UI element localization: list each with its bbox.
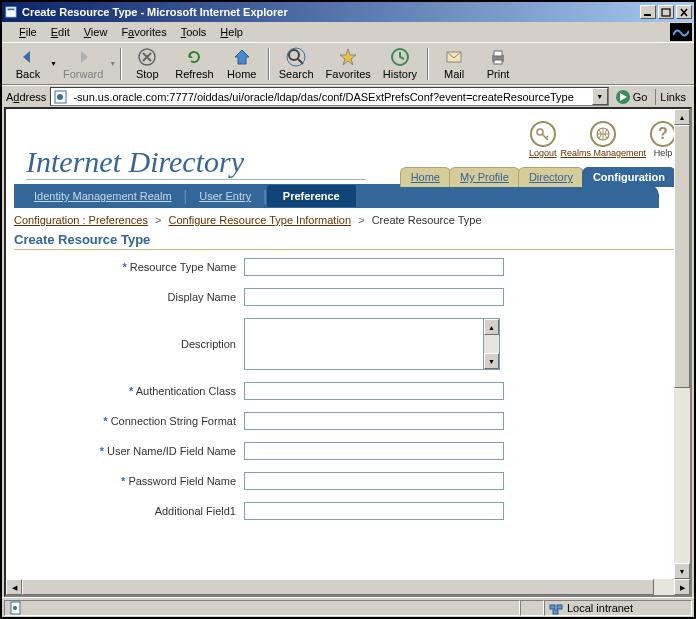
scroll-up-button[interactable]: ▲: [484, 319, 499, 335]
breadcrumb-separator: >: [358, 214, 364, 226]
toolbar-separator: [268, 48, 269, 80]
menu-bar: File Edit View Favorites Tools Help: [2, 22, 694, 42]
required-marker: *: [122, 261, 126, 273]
secondary-tabs: Identity Management Realm | User Entry |…: [14, 184, 659, 208]
mail-button[interactable]: Mail: [432, 45, 476, 82]
print-label: Print: [487, 68, 510, 80]
title-bar: Create Resource Type - Microsoft Interne…: [2, 2, 694, 22]
input-additional-field1[interactable]: [244, 502, 504, 520]
subtab-realm[interactable]: Identity Management Realm: [22, 186, 184, 206]
help-button[interactable]: ? Help: [650, 121, 676, 158]
breadcrumb-link-configure-resource[interactable]: Configure Resource Type Information: [168, 214, 351, 226]
history-button[interactable]: History: [377, 45, 423, 82]
tab-configuration[interactable]: Configuration: [582, 167, 676, 187]
scrollbar-track[interactable]: [674, 125, 690, 563]
tab-home[interactable]: Home: [400, 167, 451, 187]
back-button[interactable]: Back: [6, 45, 50, 82]
realms-button[interactable]: Realms Management: [560, 121, 646, 158]
search-button[interactable]: Search: [273, 45, 320, 82]
mail-icon: [444, 47, 464, 67]
tab-directory[interactable]: Directory: [518, 167, 584, 187]
minimize-button[interactable]: [640, 5, 656, 19]
history-label: History: [383, 68, 417, 80]
subtab-user-entry[interactable]: User Entry: [187, 186, 263, 206]
subtab-preference[interactable]: Preference: [267, 185, 356, 207]
close-button[interactable]: [676, 5, 692, 19]
label-conn-string: Connection String Format: [111, 415, 236, 427]
status-cell-main: [4, 600, 520, 616]
menu-file[interactable]: File: [12, 24, 44, 40]
required-marker: *: [129, 385, 133, 397]
forward-button[interactable]: Forward: [57, 45, 109, 82]
forward-arrow-icon: [73, 47, 93, 67]
address-dropdown-button[interactable]: ▼: [592, 88, 608, 105]
print-button[interactable]: Print: [476, 45, 520, 82]
mail-label: Mail: [444, 68, 464, 80]
horizontal-scrollbar[interactable]: ◀ ▶: [6, 579, 690, 595]
go-icon: [615, 89, 631, 105]
go-label: Go: [633, 91, 648, 103]
input-description[interactable]: [244, 318, 484, 370]
input-conn-string[interactable]: [244, 412, 504, 430]
vertical-scrollbar[interactable]: ▲ ▼: [674, 109, 690, 579]
help-label: Help: [654, 148, 673, 158]
address-label: Address: [6, 91, 46, 103]
input-pwd-field[interactable]: [244, 472, 504, 490]
content-viewport: Logout Realms Management ? Help Internet…: [4, 107, 692, 597]
breadcrumb: Configuration : Preferences > Configure …: [14, 214, 682, 226]
maximize-button[interactable]: [658, 5, 674, 19]
page-icon: [53, 90, 69, 104]
forward-dropdown-icon[interactable]: ▼: [109, 60, 116, 67]
realms-label: Realms Management: [560, 148, 646, 158]
refresh-icon: [184, 47, 204, 67]
home-button[interactable]: Home: [220, 45, 264, 82]
status-bar: Local intranet: [2, 597, 694, 617]
input-resource-type-name[interactable]: [244, 258, 504, 276]
svg-point-17: [13, 606, 17, 610]
input-display-name[interactable]: [244, 288, 504, 306]
back-arrow-icon: [18, 47, 38, 67]
scroll-left-button[interactable]: ◀: [6, 579, 22, 595]
search-icon: [286, 47, 306, 67]
stop-button[interactable]: Stop: [125, 45, 169, 82]
ie-icon: [4, 5, 18, 19]
menu-edit[interactable]: Edit: [44, 24, 77, 40]
menu-favorites[interactable]: Favorites: [114, 24, 173, 40]
required-marker: *: [103, 415, 107, 427]
back-label: Back: [16, 68, 40, 80]
scroll-right-button[interactable]: ▶: [674, 579, 690, 595]
chevron-down-icon: ▼: [488, 358, 495, 365]
scrollbar-thumb[interactable]: [674, 125, 690, 388]
svg-rect-20: [553, 610, 558, 614]
refresh-button[interactable]: Refresh: [169, 45, 220, 82]
address-combo[interactable]: ▼: [50, 87, 608, 106]
logout-button[interactable]: Logout: [529, 121, 557, 158]
svg-point-12: [57, 94, 63, 100]
scroll-up-button[interactable]: ▲: [674, 109, 690, 125]
menu-help[interactable]: Help: [213, 24, 250, 40]
required-marker: *: [121, 475, 125, 487]
stop-icon: [137, 47, 157, 67]
forward-label: Forward: [63, 68, 103, 80]
go-button[interactable]: Go: [615, 89, 648, 105]
label-userid-field: User Name/ID Field Name: [107, 445, 236, 457]
textarea-scrollbar[interactable]: ▲ ▼: [484, 318, 500, 370]
scroll-down-button[interactable]: ▼: [484, 353, 499, 369]
breadcrumb-link-preferences[interactable]: Configuration : Preferences: [14, 214, 148, 226]
tab-my-profile[interactable]: My Profile: [449, 167, 520, 187]
chevron-left-icon: ◀: [12, 584, 17, 591]
back-dropdown-icon[interactable]: ▼: [50, 60, 57, 67]
input-userid-field[interactable]: [244, 442, 504, 460]
address-input[interactable]: [71, 89, 591, 105]
scrollbar-thumb[interactable]: [22, 579, 654, 595]
svg-rect-2: [662, 9, 670, 16]
input-auth-class[interactable]: [244, 382, 504, 400]
scrollbar-track[interactable]: [22, 579, 674, 595]
favorites-button[interactable]: Favorites: [320, 45, 377, 82]
links-button[interactable]: Links: [655, 89, 690, 105]
menu-view[interactable]: View: [77, 24, 115, 40]
menu-tools[interactable]: Tools: [174, 24, 214, 40]
scroll-down-button[interactable]: ▼: [674, 563, 690, 579]
svg-rect-0: [6, 7, 17, 18]
svg-rect-1: [644, 14, 651, 16]
